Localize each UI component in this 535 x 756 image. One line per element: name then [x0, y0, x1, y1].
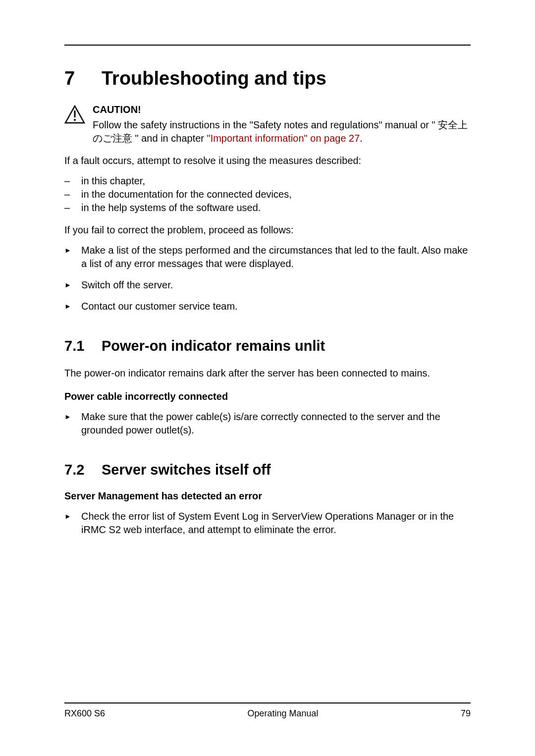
list-item: in this chapter, — [64, 174, 471, 188]
caution-text-after: . — [360, 133, 363, 144]
footer-row: RX600 S6 Operating Manual 79 — [64, 708, 471, 719]
section-number: 7.1 — [64, 338, 102, 354]
caution-link[interactable]: "Important information" on page 27 — [207, 133, 360, 144]
page-content: 7 Troubleshooting and tips CAUTION! Foll… — [0, 0, 535, 537]
section71-body: The power-on indicator remains dark afte… — [64, 367, 471, 380]
section71-subhead: Power cable incorrectly connected — [64, 391, 471, 402]
list-item: Switch off the server. — [64, 278, 471, 292]
list-item: in the help systems of the software used… — [64, 201, 471, 215]
warning-icon — [64, 105, 85, 126]
footer-center: Operating Manual — [247, 708, 318, 719]
section-heading-72: 7.2 Server switches itself off — [64, 462, 471, 478]
page-footer: RX600 S6 Operating Manual 79 — [64, 702, 471, 719]
top-rule — [64, 45, 471, 46]
section-title: Server switches itself off — [102, 462, 271, 478]
caution-label: CAUTION! — [93, 104, 471, 115]
intro-text-2: If you fail to correct the problem, proc… — [64, 223, 471, 237]
list-item: Make a list of the steps performed and t… — [64, 244, 471, 270]
arrow-list: Make a list of the steps performed and t… — [64, 244, 471, 313]
footer-right: 79 — [461, 708, 471, 719]
footer-rule — [64, 702, 471, 703]
caution-text: Follow the safety instructions in the "S… — [93, 118, 471, 145]
caution-content: CAUTION! Follow the safety instructions … — [93, 104, 471, 145]
list-item: Contact our customer service team. — [64, 300, 471, 313]
section-title: Power-on indicator remains unlit — [102, 338, 325, 354]
svg-point-2 — [74, 119, 76, 121]
arrow-list: Make sure that the power cable(s) is/are… — [64, 410, 471, 437]
arrow-list: Check the error list of System Event Log… — [64, 510, 471, 537]
section72-subhead: Server Management has detected an error — [64, 490, 471, 502]
intro-text-1: If a fault occurs, attempt to resolve it… — [64, 154, 471, 167]
caution-block: CAUTION! Follow the safety instructions … — [64, 104, 471, 145]
section-heading-71: 7.1 Power-on indicator remains unlit — [64, 338, 471, 354]
chapter-heading: 7 Troubleshooting and tips — [64, 68, 471, 89]
list-item: in the documentation for the connected d… — [64, 188, 471, 201]
dash-list: in this chapter, in the documentation fo… — [64, 174, 471, 215]
chapter-number: 7 — [64, 68, 102, 89]
list-item: Check the error list of System Event Log… — [64, 510, 471, 537]
section-number: 7.2 — [64, 462, 102, 478]
chapter-title: Troubleshooting and tips — [102, 68, 326, 89]
footer-left: RX600 S6 — [64, 708, 105, 719]
list-item: Make sure that the power cable(s) is/are… — [64, 410, 471, 437]
